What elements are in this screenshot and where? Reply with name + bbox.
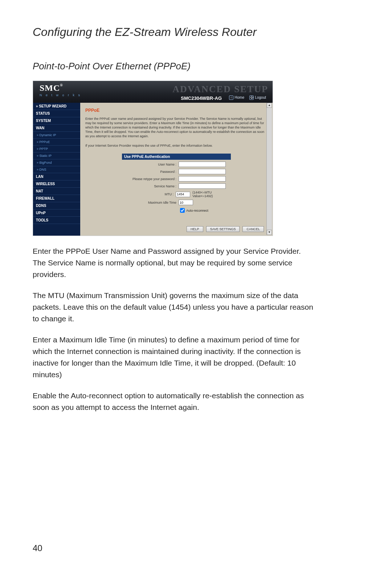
content-intro2: If your Internet Service Provider requir…: [85, 143, 268, 148]
password-confirm-label: Please retype your password :: [122, 177, 179, 181]
scroll-up-icon[interactable]: ▲: [267, 103, 272, 108]
sidebar-item-dynamic-ip[interactable]: » Dynamic IP: [33, 132, 80, 139]
sidebar: » SETUP WIZARD STATUS SYSTEM WAN » Dynam…: [33, 103, 80, 236]
password-label: Password :: [122, 170, 179, 174]
content-pane: PPPoE Enter the PPPoE user name and pass…: [80, 103, 273, 236]
sidebar-item-nat[interactable]: NAT: [33, 188, 80, 195]
sidebar-item-setup-wizard[interactable]: » SETUP WIZARD: [33, 103, 80, 110]
body-paragraph-4: Enable the Auto-reconnect option to auto…: [33, 390, 316, 413]
idle-input[interactable]: [179, 200, 193, 205]
sidebar-item-static-ip[interactable]: » Static IP: [33, 152, 80, 159]
username-label: User Name :: [122, 163, 179, 166]
sidebar-item-dns[interactable]: » DNS: [33, 166, 80, 173]
document-title: Configuring the EZ-Stream Wireless Route…: [33, 25, 359, 39]
sidebar-item-firewall[interactable]: FIREWALL: [33, 195, 80, 202]
sidebar-item-bigpond[interactable]: » BigPond: [33, 159, 80, 166]
sidebar-item-lan[interactable]: LAN: [33, 173, 80, 180]
logout-link[interactable]: ⏻Logout: [249, 95, 266, 100]
header-band: SMC® N e t w o r k s ADVANCED SETUP SMC2…: [33, 81, 273, 103]
advanced-setup-label: ADVANCED SETUP: [172, 84, 268, 95]
mtu-input[interactable]: [176, 192, 190, 197]
home-link[interactable]: ⌂Home: [229, 95, 244, 100]
password-input[interactable]: [179, 169, 226, 174]
mtu-label: MTU :: [122, 192, 176, 196]
help-button[interactable]: HELP: [187, 226, 203, 232]
sidebar-item-tools[interactable]: TOOLS: [33, 217, 80, 224]
logout-icon: ⏻: [249, 95, 254, 100]
button-bar: HELP SAVE SETTINGS CANCEL: [187, 226, 264, 232]
content-heading: PPPoE: [85, 108, 268, 113]
pppoe-form: Use PPPoE Authentication User Name : Pas…: [122, 154, 231, 214]
sidebar-item-pppoe[interactable]: » PPPoE: [33, 139, 80, 146]
sidebar-item-wan[interactable]: WAN: [33, 125, 80, 132]
auto-reconnect-label: Auto-reconnect: [186, 209, 208, 212]
brand-logo: SMC®: [40, 83, 63, 93]
sidebar-item-status[interactable]: STATUS: [33, 110, 80, 117]
sidebar-item-system[interactable]: SYSTEM: [33, 117, 80, 125]
username-input[interactable]: [179, 162, 226, 167]
model-label: SMC2304WBR-AG: [181, 95, 222, 101]
body-paragraph-3: Enter a Maximum Idle Time (in minutes) t…: [33, 334, 316, 380]
page-number: 40: [33, 543, 42, 553]
save-settings-button[interactable]: SAVE SETTINGS: [206, 226, 240, 232]
password-confirm-input[interactable]: [179, 176, 226, 182]
body-paragraph-1: Enter the PPPoE User Name and Password a…: [33, 245, 316, 280]
section-title: Point-to-Point Over Ethernet (PPPoE): [33, 61, 359, 72]
idle-label: Maximum Idle Time: [122, 201, 179, 204]
brand-subtext: N e t w o r k s: [40, 93, 81, 97]
auto-reconnect-checkbox[interactable]: [180, 208, 185, 213]
body-paragraph-2: The MTU (Maximum Transmission Unit) gove…: [33, 290, 316, 325]
scroll-down-icon[interactable]: ▼: [267, 230, 272, 235]
form-header: Use PPPoE Authentication: [122, 154, 231, 160]
router-screenshot: SMC® N e t w o r k s ADVANCED SETUP SMC2…: [33, 81, 273, 236]
service-name-input[interactable]: [179, 183, 226, 189]
cancel-button[interactable]: CANCEL: [242, 226, 264, 232]
home-icon: ⌂: [229, 95, 233, 100]
sidebar-item-wireless[interactable]: WIRELESS: [33, 180, 80, 188]
scrollbar[interactable]: ▲ ▼: [266, 103, 272, 235]
content-intro: Enter the PPPoE user name and password a…: [85, 117, 268, 138]
service-name-label: Service Name :: [122, 184, 179, 188]
sidebar-item-ddns[interactable]: DDNS: [33, 202, 80, 209]
mtu-note: (1440<=MTU Value<=1492): [192, 191, 231, 198]
sidebar-item-pptp[interactable]: » PPTP: [33, 146, 80, 152]
sidebar-item-upnp[interactable]: UPnP: [33, 209, 80, 217]
